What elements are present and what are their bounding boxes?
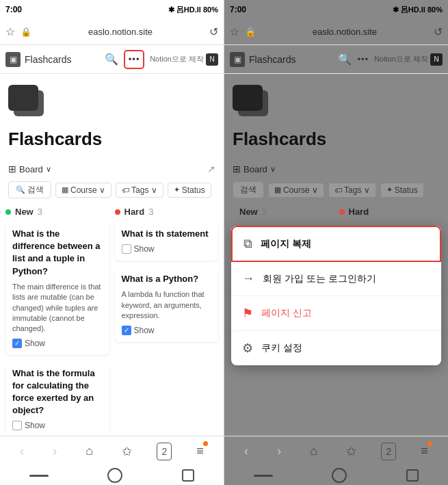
show-btn-new-2-left[interactable]: Show bbox=[12, 421, 103, 430]
search-icon-right[interactable]: 🔍 bbox=[338, 53, 352, 66]
filter-search-icon-left: 🔍 bbox=[16, 185, 25, 194]
status-icons-text-right: ✱ 呂HD.ll 80% bbox=[393, 5, 443, 15]
lock-icon-right: 🔒 bbox=[245, 27, 256, 37]
column-header-new-right: New 3 bbox=[230, 204, 334, 221]
card-hard-2-left[interactable]: What is a Python? A lambda fu function t… bbox=[115, 266, 219, 341]
more-icon-right[interactable]: ••• bbox=[357, 54, 369, 64]
card-hard-1-left[interactable]: What is th statement Show bbox=[115, 221, 219, 261]
forward-btn-left[interactable]: › bbox=[49, 441, 61, 461]
filter-search-label-left: 검색 bbox=[27, 184, 44, 196]
tabs-btn-right[interactable]: 2 bbox=[381, 443, 396, 460]
copy-icon: ⧉ bbox=[243, 237, 252, 251]
page-header-left: Flashcards bbox=[0, 74, 224, 161]
filter-status-left[interactable]: ✦ Status bbox=[168, 183, 211, 198]
filter-search-left[interactable]: 🔍 검색 bbox=[8, 181, 51, 198]
menu-item-cookie[interactable]: ⚙ 쿠키 설정 bbox=[231, 331, 441, 365]
checkbox-hard-1-left bbox=[122, 244, 131, 254]
column-header-hard-left: Hard 3 bbox=[115, 204, 219, 221]
column-count-hard-left: 3 bbox=[148, 207, 153, 217]
card-question-hard-1-left: What is th statement bbox=[122, 228, 212, 240]
filter-status-icon-right: ✦ bbox=[386, 185, 393, 194]
view-arrow-left: ↗ bbox=[207, 163, 215, 174]
filter-course-left[interactable]: ▦ Course ∨ bbox=[55, 183, 111, 198]
filter-status-right[interactable]: ✦ Status bbox=[380, 183, 424, 198]
menu-btn-left[interactable]: ≡ bbox=[192, 441, 208, 461]
star-btn-left[interactable]: ✩ bbox=[118, 441, 136, 462]
card-front-left bbox=[8, 85, 38, 111]
board-view-button-left[interactable]: ⊞ Board ∨ bbox=[8, 163, 51, 174]
filter-tags-right[interactable]: 🏷 Tags ∨ bbox=[328, 183, 376, 198]
filter-tags-icon-left: 🏷 bbox=[122, 186, 129, 194]
board-chevron-right: ∨ bbox=[270, 165, 276, 174]
board-label-right: Board bbox=[243, 164, 267, 174]
checkbox-new-1-left: ✓ bbox=[12, 339, 22, 348]
notion-label-left: Notion으로 제작 bbox=[150, 54, 204, 64]
page-header-right: Flashcards bbox=[224, 74, 448, 161]
filter-search-right[interactable]: 검색 bbox=[233, 181, 264, 198]
login-icon: → bbox=[242, 272, 254, 286]
status-bar-right: 7:00 ✱ 呂HD.ll 80% bbox=[224, 0, 448, 19]
right-panel: 7:00 ✱ 呂HD.ll 80% ☆ 🔒 easlo.notion.site … bbox=[224, 0, 448, 485]
filter-course-right[interactable]: ▦ Course ∨ bbox=[268, 183, 324, 198]
column-label-new-left: New bbox=[15, 207, 34, 217]
page-content-left: Flashcards ⊞ Board ∨ ↗ 🔍 검색 ▦ Course ∨ 🏷 bbox=[0, 74, 224, 436]
show-label-new-2-left: Show bbox=[25, 421, 45, 430]
filter-status-label-left: Status bbox=[182, 185, 205, 195]
report-label: 페이지 신고 bbox=[261, 307, 312, 319]
sys-square-left bbox=[182, 469, 194, 482]
copy-label: 페이지 복제 bbox=[261, 238, 311, 250]
show-btn-hard-1-left[interactable]: Show bbox=[122, 244, 212, 254]
left-panel: 7:00 ✱ 呂HD.ll 80% ☆ 🔒 easlo.notion.site … bbox=[0, 0, 224, 485]
view-row-left: ⊞ Board ∨ ↗ bbox=[0, 161, 224, 179]
back-btn-right[interactable]: ‹ bbox=[240, 441, 252, 461]
menu-item-copy[interactable]: ⧉ 페이지 복제 bbox=[231, 226, 441, 262]
search-icon-left[interactable]: 🔍 bbox=[105, 53, 118, 66]
login-label: 회원 가입 또는 로그인하기 bbox=[263, 273, 376, 285]
toolbar-title-right: Flashcards bbox=[249, 54, 334, 65]
board-view-button-right[interactable]: ⊞ Board ∨ bbox=[233, 163, 276, 174]
tabs-btn-left[interactable]: 2 bbox=[157, 443, 172, 460]
card-question-new-2-left: What is the formula for calculating the … bbox=[12, 367, 103, 417]
system-bar-right bbox=[224, 466, 448, 485]
column-hard-left: Hard 3 What is th statement Show What is… bbox=[112, 204, 222, 436]
toolbar-left: ▣ Flashcards 🔍 ••• Notion으로 제작 N bbox=[0, 45, 224, 74]
menu-btn-right[interactable]: ≡ bbox=[417, 441, 432, 461]
sys-line-left bbox=[29, 475, 49, 477]
star-btn-right[interactable]: ✩ bbox=[342, 441, 360, 462]
menu-item-report[interactable]: ⚑ 페이지 신고 bbox=[231, 296, 441, 331]
home-btn-left[interactable]: ⌂ bbox=[81, 441, 97, 461]
card-new-2-left[interactable]: What is the formula for calculating the … bbox=[5, 361, 109, 436]
notion-logo-left: N bbox=[206, 53, 218, 66]
filter-row-left: 🔍 검색 ▦ Course ∨ 🏷 Tags ∨ ✦ Status bbox=[0, 179, 224, 204]
time-right: 7:00 bbox=[230, 5, 246, 14]
bottom-nav-right: ‹ › ⌂ ✩ 2 ≡ bbox=[224, 436, 448, 466]
back-btn-left[interactable]: ‹ bbox=[16, 441, 28, 461]
page-icon-glyph-right: ▣ bbox=[234, 55, 241, 64]
show-btn-hard-2-left[interactable]: ✓ Show bbox=[122, 326, 212, 335]
menu-item-login[interactable]: → 회원 가입 또는 로그인하기 bbox=[231, 262, 441, 296]
column-label-new-right: New bbox=[239, 207, 258, 217]
home-btn-right[interactable]: ⌂ bbox=[306, 441, 321, 461]
report-icon: ⚑ bbox=[242, 306, 253, 321]
toolbar-actions-right: 🔍 ••• Notion으로 제작 N bbox=[338, 53, 443, 66]
sys-line-right bbox=[254, 475, 273, 477]
show-label-new-1-left: Show bbox=[25, 339, 45, 348]
status-icons-text-left: ✱ 呂HD.ll 80% bbox=[168, 5, 218, 15]
url-right[interactable]: easlo.notion.site bbox=[261, 27, 428, 37]
notion-label-right: Notion으로 제작 bbox=[374, 54, 428, 64]
forward-btn-right[interactable]: › bbox=[273, 441, 285, 461]
more-button-left[interactable]: ••• bbox=[124, 50, 144, 69]
refresh-icon-left[interactable]: ↺ bbox=[209, 25, 218, 38]
filter-course-label-right: Course ∨ bbox=[283, 185, 318, 195]
url-left[interactable]: easlo.notion.site bbox=[37, 27, 204, 37]
status-time-left: 7:00 bbox=[5, 5, 22, 14]
flashcard-icon-right bbox=[233, 85, 271, 123]
notion-badge-left: Notion으로 제작 N bbox=[150, 53, 218, 66]
card-new-1-left[interactable]: What is the difference between a list an… bbox=[5, 221, 109, 355]
filter-status-label-right: Status bbox=[395, 185, 418, 195]
refresh-icon-right[interactable]: ↺ bbox=[434, 25, 443, 38]
notion-logo-right: N bbox=[430, 53, 443, 66]
overlay-menu: ⧉ 페이지 복제 → 회원 가입 또는 로그인하기 ⚑ 페이지 신고 ⚙ 쿠키 … bbox=[231, 226, 441, 365]
filter-tags-left[interactable]: 🏷 Tags ∨ bbox=[116, 183, 163, 198]
show-btn-new-1-left[interactable]: ✓ Show bbox=[12, 339, 103, 348]
